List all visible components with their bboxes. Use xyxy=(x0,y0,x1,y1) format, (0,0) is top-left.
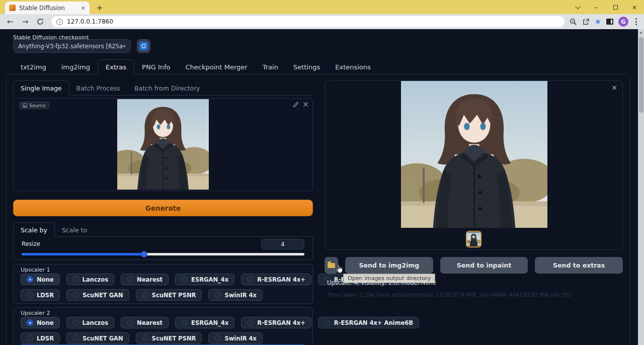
upscaler2-option-scunet-psnr[interactable]: ScuNET PSNR xyxy=(136,332,202,344)
back-icon[interactable]: ← xyxy=(4,16,16,28)
upscaler1-option-scunet-gan[interactable]: ScuNET GAN xyxy=(66,289,129,301)
tab-extras[interactable]: Extras xyxy=(98,59,134,74)
side-panel-icon[interactable] xyxy=(606,19,613,25)
gallery-thumbnail[interactable] xyxy=(466,231,481,247)
forward-icon[interactable]: → xyxy=(19,16,31,28)
source-label: Source xyxy=(29,103,46,108)
upscaler2-option-ldsr[interactable]: LDSR xyxy=(21,332,60,344)
tab-favicon-icon xyxy=(9,5,16,11)
folder-icon xyxy=(328,263,335,268)
upscaler2-option-resrgan4x[interactable]: R-ESRGAN 4x+ xyxy=(241,317,311,328)
scroll-up-icon[interactable] xyxy=(639,31,642,34)
chevron-down-icon: ▼ xyxy=(123,44,126,48)
radio-icon xyxy=(181,319,188,326)
upscaler2-group: Upscaler 2 None Lanczos Nearest ESRGAN_4… xyxy=(13,307,313,345)
send-to-extras-button[interactable]: Send to extras xyxy=(535,257,623,274)
resize-number-input[interactable]: 4 xyxy=(261,239,304,249)
maximize-button[interactable] xyxy=(606,0,625,14)
gallery-close-button[interactable]: × xyxy=(611,84,617,91)
upscaler1-option-ldsr[interactable]: LDSR xyxy=(21,289,60,301)
tab-txt2img[interactable]: txt2img xyxy=(13,59,54,74)
upscaler2-option-none[interactable]: None xyxy=(21,317,60,328)
result-image[interactable] xyxy=(401,81,547,228)
radio-icon xyxy=(127,319,133,326)
radio-icon xyxy=(72,276,79,283)
send-button-row: Send to img2img Send to inpaint Send to … xyxy=(325,257,623,274)
result-gallery: × xyxy=(325,80,623,250)
radio-icon xyxy=(142,335,148,341)
upscaler2-option-esrgan4x[interactable]: ESRGAN_4x xyxy=(175,317,234,328)
scrollbar[interactable] xyxy=(638,29,644,345)
source-image-dropzone[interactable]: Source xyxy=(13,98,313,191)
upscaler1-option-swinir4x[interactable]: SwinIR 4x xyxy=(208,289,263,301)
radio-on-icon xyxy=(27,276,33,283)
resize-label: Resize xyxy=(22,240,40,247)
source-image[interactable] xyxy=(117,99,209,190)
upscaler2-option-swinir4x[interactable]: SwinIR 4x xyxy=(208,332,263,344)
tab-checkpoint-merger[interactable]: Checkpoint Merger xyxy=(178,59,255,74)
scale-tab-bar: Scale by Scale to xyxy=(13,222,313,237)
radio-icon xyxy=(72,319,79,326)
checkpoint-value: Anything-V3-fp32.safetensors [625a2ba2] xyxy=(18,43,123,50)
upscaler1-option-resrgan4x[interactable]: R-ESRGAN 4x+ xyxy=(241,274,311,285)
checkpoint-refresh-button[interactable] xyxy=(137,39,150,53)
tab-single-image[interactable]: Single Image xyxy=(13,80,69,96)
resize-slider[interactable] xyxy=(22,250,304,257)
upscaler2-option-scunet-gan[interactable]: ScuNET GAN xyxy=(66,332,129,344)
tab-title: Stable Diffusion xyxy=(19,5,77,12)
zoom-icon[interactable] xyxy=(570,18,577,26)
upscaler1-label: Upscaler 1 xyxy=(21,267,305,273)
minimize-button[interactable]: – xyxy=(587,0,606,14)
clear-icon[interactable] xyxy=(303,102,308,108)
send-to-img2img-button[interactable]: Send to img2img xyxy=(345,257,433,274)
upscaler1-option-none[interactable]: None xyxy=(21,274,60,285)
browser-titlebar: Stable Diffusion × + – × xyxy=(0,0,644,14)
upscaler1-option-esrgan4x[interactable]: ESRGAN_4x xyxy=(175,274,234,285)
radio-icon xyxy=(27,292,33,298)
upscaler2-label: Upscaler 2 xyxy=(21,310,305,316)
upscaler1-option-scunet-psnr[interactable]: ScuNET PSNR xyxy=(136,289,202,301)
tab-close-icon[interactable]: × xyxy=(80,5,86,11)
bookmark-star-icon[interactable]: ★ xyxy=(595,17,601,26)
edit-icon[interactable] xyxy=(293,102,299,108)
menu-dots-icon[interactable] xyxy=(633,18,639,25)
browser-tab[interactable]: Stable Diffusion × xyxy=(5,2,90,14)
tab-batch-process[interactable]: Batch Process xyxy=(69,80,127,96)
page-content: Stable Diffusion checkpoint Anything-V3-… xyxy=(0,29,644,345)
tab-scale-to[interactable]: Scale to xyxy=(55,222,94,237)
tab-png-info[interactable]: PNG Info xyxy=(134,59,178,74)
upscaler2-option-resrgan-anime6b[interactable]: R-ESRGAN 4x+ Anime6B xyxy=(318,317,419,328)
checkpoint-dropdown[interactable]: Anything-V3-fp32.safetensors [625a2ba2] … xyxy=(13,39,131,53)
upscaler2-option-lanczos[interactable]: Lanczos xyxy=(66,317,115,328)
share-icon[interactable] xyxy=(582,18,590,26)
tab-img2img[interactable]: img2img xyxy=(54,59,98,74)
radio-icon xyxy=(214,335,221,341)
tab-train[interactable]: Train xyxy=(255,59,286,74)
footer-stats-text: Time taken: 1.29s Torch active/reserved:… xyxy=(327,292,572,298)
slider-handle[interactable] xyxy=(141,251,147,257)
radio-icon xyxy=(324,319,331,326)
window-chevron-icon[interactable] xyxy=(568,0,587,14)
close-window-button[interactable]: × xyxy=(625,0,644,14)
main-tab-bar: txt2img img2img Extras PNG Info Checkpoi… xyxy=(13,59,378,74)
site-info-icon[interactable]: i xyxy=(56,19,63,25)
upscaler1-option-nearest[interactable]: Nearest xyxy=(121,274,169,285)
new-tab-button[interactable]: + xyxy=(94,2,106,14)
radio-icon xyxy=(247,276,254,283)
tab-scale-by[interactable]: Scale by xyxy=(13,222,55,237)
tab-settings[interactable]: Settings xyxy=(286,59,328,74)
tab-extensions[interactable]: Extensions xyxy=(328,59,378,74)
url-bar[interactable]: i 127.0.0.1:7860 xyxy=(51,16,565,27)
extras-sub-tab-bar: Single Image Batch Process Batch from Di… xyxy=(13,80,313,96)
radio-icon xyxy=(72,335,79,341)
profile-avatar[interactable]: G xyxy=(618,17,628,27)
tab-batch-from-directory[interactable]: Batch from Directory xyxy=(127,80,207,96)
upscaler2-option-nearest[interactable]: Nearest xyxy=(121,317,169,328)
send-to-inpaint-button[interactable]: Send to inpaint xyxy=(440,257,528,274)
reload-icon[interactable] xyxy=(34,16,46,28)
refresh-icon xyxy=(139,42,148,50)
upscaler1-option-lanczos[interactable]: Lanczos xyxy=(66,274,115,285)
radio-icon xyxy=(214,292,221,298)
generate-button[interactable]: Generate xyxy=(13,200,313,216)
scrollbar-thumb[interactable] xyxy=(639,37,643,113)
